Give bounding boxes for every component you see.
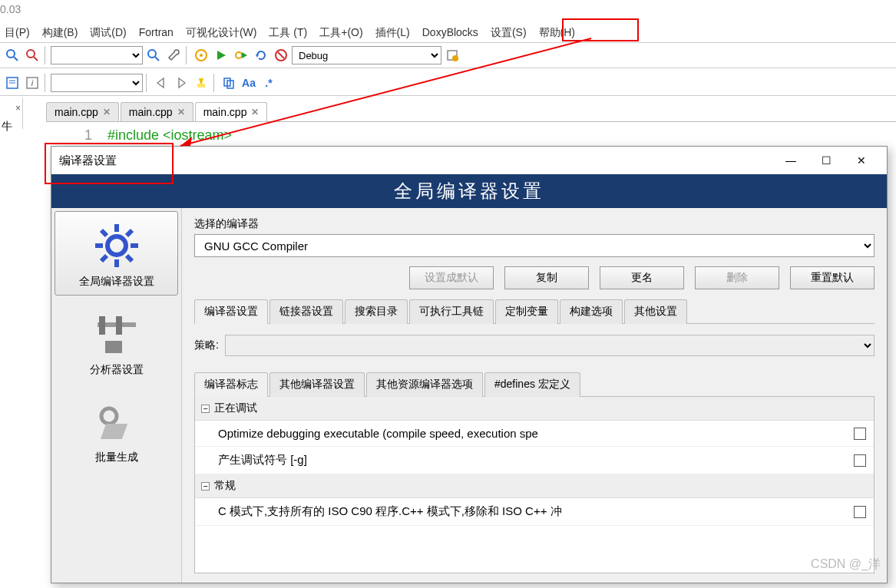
svg-point-7 [200,54,203,57]
combo-2[interactable] [51,74,143,92]
close-tab-icon[interactable]: ✕ [177,107,185,117]
rebuild-icon[interactable] [252,46,270,64]
minimize-button[interactable]: — [773,149,808,172]
close-tab-icon[interactable]: ✕ [103,107,111,117]
collapse-icon[interactable]: − [201,482,210,491]
tab-other-resource[interactable]: 其他资源编译器选项 [366,372,483,397]
back-icon[interactable] [152,74,170,92]
flag-checkbox[interactable] [854,506,866,518]
file-tabs: main.cpp✕ main.cpp✕ main.cpp✕ [46,98,269,121]
svg-rect-40 [116,316,122,335]
policy-select[interactable] [225,335,875,356]
file-tab[interactable]: main.cpp✕ [46,102,119,121]
copy-button[interactable]: 复制 [504,266,589,289]
zoom-find-icon[interactable] [23,46,41,64]
tab-other-compiler[interactable]: 其他编译器设置 [269,372,365,397]
flag-checkbox[interactable] [854,454,866,467]
combo-1[interactable] [51,46,143,64]
tab-defines[interactable]: #defines 宏定义 [484,372,580,397]
maximize-button[interactable]: ☐ [808,149,844,172]
tab-custom-vars[interactable]: 定制变量 [495,299,558,324]
highlight-icon[interactable] [192,74,210,92]
run-icon[interactable] [212,46,230,64]
menu-fortran[interactable]: Fortran [134,23,178,43]
collapse-icon[interactable]: − [201,405,210,413]
svg-line-36 [101,256,107,261]
set-default-button[interactable]: 设置成默认 [409,266,494,289]
tab-build-options[interactable]: 构建选项 [560,299,623,324]
sidebar-item-batch-build[interactable]: 批量生成 [55,388,178,471]
menu-plugins[interactable]: 插件(L) [371,23,415,43]
sidebar-item-global-compiler[interactable]: 全局编译器设置 [55,211,178,296]
compiler-select[interactable]: GNU GCC Compiler [194,234,875,257]
menu-settings[interactable]: 设置(S) [486,23,531,43]
file-tab[interactable]: main.cpp✕ [121,102,193,121]
flags-list[interactable]: −正在调试 Optimize debugging executable (com… [194,396,875,573]
info-icon[interactable]: i [23,74,41,92]
group-debugging[interactable]: −正在调试 [195,397,874,421]
svg-point-15 [452,55,458,61]
search-icon[interactable] [144,46,163,64]
svg-marker-21 [157,78,164,88]
zoom-in-icon[interactable] [3,46,21,64]
target-settings-icon[interactable] [443,46,461,64]
tab-search-dirs[interactable]: 搜索目录 [345,299,408,324]
delete-button[interactable]: 删除 [695,266,779,289]
svg-line-3 [34,57,38,61]
svg-point-42 [101,408,117,424]
close-tab-icon[interactable]: ✕ [251,107,259,117]
reset-default-button[interactable]: 重置默认 [790,266,875,289]
tab-other-settings[interactable]: 其他设置 [624,299,687,324]
flags-tabs: 编译器标志 其他编译器设置 其他资源编译器选项 #defines 宏定义 [194,372,875,397]
toolbar-row-2: i Aa .* [0,70,896,96]
batch-gear-icon [58,394,175,449]
tab-compiler-settings[interactable]: 编译器设置 [194,299,268,324]
compiler-select-label: 选择的编译器 [194,217,875,231]
menu-tools[interactable]: 工具 (T) [264,23,312,43]
svg-point-0 [7,50,15,58]
tab-compiler-flags[interactable]: 编译器标志 [194,372,268,397]
abort-icon[interactable] [272,46,290,64]
svg-point-29 [107,236,126,255]
policy-label: 策略: [194,339,219,352]
forward-icon[interactable] [172,74,190,92]
dialog-titlebar: 编译器设置 — ☐ ✕ [51,147,887,174]
rename-button[interactable]: 更名 [600,266,684,289]
menu-help[interactable]: 帮助(H) [534,23,580,43]
wrench-icon[interactable] [164,46,183,64]
flag-checkbox[interactable] [854,428,866,440]
menu-project[interactable]: 目(P) [0,23,35,43]
build-run-icon[interactable] [232,46,250,64]
tab-linker-settings[interactable]: 链接器设置 [269,299,343,324]
flag-row[interactable]: Optimize debugging executable (compile s… [195,421,874,447]
svg-point-2 [27,50,35,58]
svg-text:i: i [31,78,34,88]
group-general[interactable]: −常规 [195,474,874,498]
svg-marker-22 [179,78,185,88]
menu-build[interactable]: 构建(B) [38,23,83,43]
menu-debug[interactable]: 调试(D) [85,23,131,43]
flag-row[interactable]: C 模式下,支持所有的 ISO C90 程序.C++ 模式下,移除和 ISO C… [195,498,874,526]
svg-marker-8 [217,51,226,60]
file-tab[interactable]: main.cpp✕ [195,102,268,121]
menu-visual-design[interactable]: 可视化设计(W) [181,23,262,43]
build-icon[interactable] [192,46,210,64]
close-panel-icon[interactable]: × [15,103,21,114]
outline-icon[interactable] [3,74,21,92]
tab-toolchain[interactable]: 可执行工具链 [409,299,494,324]
build-target-combo[interactable]: Debug [292,46,441,64]
svg-line-35 [127,256,132,261]
close-button[interactable]: ✕ [844,149,879,172]
regex-icon[interactable]: .* [260,74,278,92]
svg-line-1 [14,57,18,61]
compiler-settings-dialog: 编译器设置 — ☐ ✕ 全局编译器设置 全局编译器设置 分析器设置 批量生成 选… [51,146,888,583]
code-editor[interactable]: 1#include <iostream> [46,121,896,144]
case-icon[interactable]: Aa [240,74,258,92]
line-number: 1 [46,127,107,144]
sidebar-item-analyzer[interactable]: 分析器设置 [55,300,178,383]
flag-row[interactable]: 产生调试符号 [-g] [195,447,874,474]
menu-tools-plus[interactable]: 工具+(O) [315,23,367,43]
menu-doxyblocks[interactable]: DoxyBlocks [418,23,483,43]
copy-icon[interactable] [220,74,238,92]
separator [146,74,149,92]
